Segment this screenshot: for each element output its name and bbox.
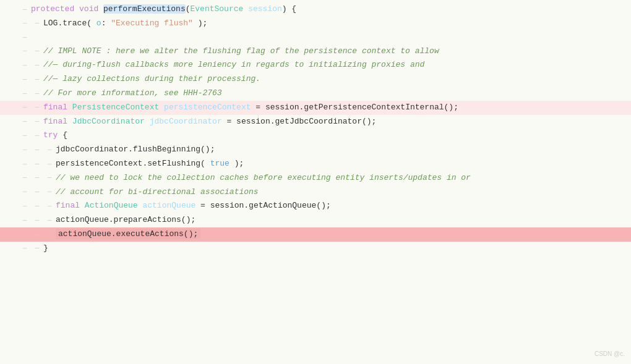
indent-markers: ———	[19, 172, 56, 184]
indent-dash: —	[31, 229, 43, 240]
indent-dash: —	[43, 229, 56, 240]
indent-markers: ——	[19, 243, 43, 254]
indent-dash: —	[31, 243, 43, 254]
code-content: // IMPL NOTE : here we alter the flushin…	[43, 45, 631, 58]
code-content: protected void performExecutions(EventSo…	[31, 3, 631, 16]
code-line: ———// we need to lock the collection cac…	[0, 171, 631, 185]
indent-markers: ———	[19, 229, 56, 240]
indent-markers: ———	[19, 145, 56, 156]
indent-markers: ———	[19, 201, 56, 212]
code-line: ——// IMPL NOTE : here we alter the flush…	[0, 44, 631, 59]
indent-dash: —	[31, 130, 43, 142]
code-content: actionQueue.prepareActions();	[56, 214, 631, 227]
indent-dash: —	[19, 215, 31, 226]
code-content: final ActionQueue actionQueue = session.…	[56, 200, 631, 213]
code-line: —	[0, 31, 631, 44]
code-content: final JdbcCoordinator jdbcCoordinator = …	[43, 116, 631, 129]
code-content: //— lazy collections during their proces…	[43, 73, 631, 86]
code-line: ———actionQueue.prepareActions();	[0, 213, 631, 227]
indent-dash: —	[19, 187, 31, 198]
code-line: ——//— lazy collections during their proc…	[0, 72, 631, 87]
watermark: CSDN @c.	[595, 349, 625, 359]
code-line: ——final PersistenceContext persistenceCo…	[0, 101, 631, 115]
indent-markers: ——	[19, 102, 43, 113]
code-editor: —protected void performExecutions(EventS…	[0, 0, 631, 364]
code-line: ———// account for bi-directional associa…	[0, 185, 631, 200]
indent-dash: —	[19, 172, 31, 184]
indent-dash: —	[43, 172, 56, 184]
code-line: ——//— during-flush callbacks more lenien…	[0, 58, 631, 72]
indent-dash: —	[31, 159, 43, 170]
indent-dash: —	[19, 201, 31, 212]
code-line: ——}	[0, 242, 631, 256]
indent-dash: —	[31, 201, 43, 212]
indent-dash: —	[19, 60, 31, 71]
indent-dash: —	[19, 145, 31, 156]
indent-dash: —	[31, 172, 43, 184]
indent-dash: —	[19, 229, 31, 240]
indent-dash: —	[19, 88, 31, 99]
code-line: ———final ActionQueue actionQueue = sessi…	[0, 199, 631, 213]
code-content: LOG.trace( o: "Executing flush" );	[43, 17, 631, 30]
code-line: ———jdbcCoordinator.flushBeginning();	[0, 143, 631, 157]
indent-dash: —	[19, 102, 31, 113]
indent-markers: ——	[19, 60, 43, 71]
indent-markers: ——	[19, 116, 43, 127]
indent-dash: —	[19, 130, 31, 142]
code-content: actionQueue.executeActions();	[56, 228, 631, 241]
indent-dash: —	[19, 46, 31, 57]
code-content: //— during-flush callbacks more leniency…	[43, 59, 631, 72]
code-line: —protected void performExecutions(EventS…	[0, 2, 631, 17]
indent-dash: —	[43, 201, 56, 212]
indent-dash: —	[19, 159, 31, 170]
code-line: ——try {	[0, 129, 631, 143]
indent-dash: —	[31, 102, 43, 113]
indent-markers: ——	[19, 46, 43, 57]
indent-markers: ——	[19, 130, 43, 142]
code-content: jdbcCoordinator.flushBeginning();	[56, 143, 631, 156]
code-line: ———actionQueue.executeActions();	[0, 227, 631, 242]
indent-dash: —	[31, 46, 43, 57]
indent-dash: —	[31, 145, 43, 156]
indent-dash: —	[19, 116, 31, 127]
code-lines: —protected void performExecutions(EventS…	[0, 2, 631, 256]
indent-dash: —	[43, 145, 56, 156]
indent-dash: —	[31, 215, 43, 226]
indent-dash: —	[31, 187, 43, 198]
indent-markers: ———	[19, 187, 56, 198]
indent-markers: —	[19, 32, 31, 43]
code-content: try {	[43, 129, 631, 142]
code-content: final PersistenceContext persistenceCont…	[43, 101, 631, 114]
indent-dash: —	[19, 18, 31, 29]
indent-markers: ———	[19, 215, 56, 226]
indent-dash: —	[19, 4, 31, 15]
indent-markers: ———	[19, 159, 56, 170]
indent-dash: —	[19, 32, 31, 43]
indent-dash: —	[43, 215, 56, 226]
code-line: ——// For more information, see HHH-2763	[0, 87, 631, 101]
indent-dash: —	[31, 60, 43, 71]
indent-markers: ——	[19, 74, 43, 85]
code-line: ——final JdbcCoordinator jdbcCoordinator …	[0, 115, 631, 129]
code-content: // we need to lock the collection caches…	[56, 172, 631, 185]
indent-dash: —	[31, 18, 43, 29]
code-content: persistenceContext.setFlushing( true );	[56, 158, 631, 171]
indent-markers: ——	[19, 18, 43, 29]
indent-dash: —	[19, 243, 31, 254]
code-content: }	[43, 242, 631, 255]
indent-dash: —	[43, 187, 56, 198]
indent-dash: —	[31, 116, 43, 127]
code-content: // account for bi-directional associatio…	[56, 186, 631, 199]
indent-dash: —	[19, 74, 31, 85]
code-line: ———persistenceContext.setFlushing( true …	[0, 157, 631, 171]
indent-dash: —	[43, 159, 56, 170]
indent-dash: —	[31, 88, 43, 99]
indent-markers: ——	[19, 88, 43, 99]
code-content: // For more information, see HHH-2763	[43, 87, 631, 100]
indent-markers: —	[19, 4, 31, 15]
code-line: ——LOG.trace( o: "Executing flush" );	[0, 17, 631, 31]
indent-dash: —	[31, 74, 43, 85]
